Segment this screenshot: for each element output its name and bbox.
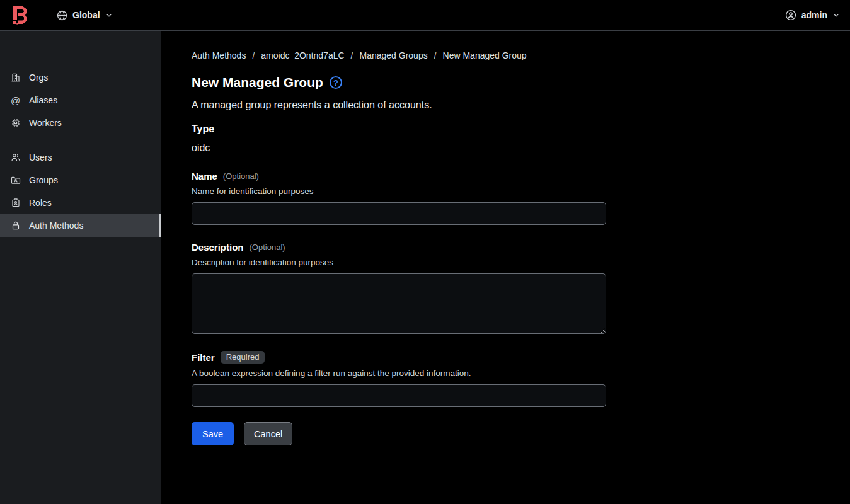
description-label-row: Description (Optional)	[192, 242, 820, 253]
name-label: Name	[192, 171, 217, 181]
breadcrumb-item-current: New Managed Group	[443, 50, 527, 60]
id-badge-icon	[10, 198, 21, 208]
sidebar-item-groups[interactable]: Groups	[0, 169, 161, 192]
sidebar-item-orgs[interactable]: Orgs	[0, 66, 161, 89]
description-help-text: Description for identification purposes	[192, 258, 820, 267]
description-label: Description	[192, 242, 244, 253]
filter-label: Filter	[192, 352, 215, 363]
breadcrumb-item-auth-method-id[interactable]: amoidc_2Ontnd7aLC	[261, 50, 344, 60]
page-title: New Managed Group	[192, 75, 323, 90]
save-button[interactable]: Save	[192, 422, 234, 445]
lock-icon	[10, 220, 21, 231]
breadcrumb-separator: /	[434, 50, 437, 60]
filter-field-group: Filter Required A boolean expression def…	[192, 351, 820, 407]
sidebar: Orgs @ Aliases Workers	[0, 31, 161, 504]
main-content: Auth Methods / amoidc_2Ontnd7aLC / Manag…	[161, 31, 850, 504]
sidebar-item-label: Users	[29, 152, 52, 163]
filter-input[interactable]	[192, 384, 606, 407]
form-actions: Save Cancel	[192, 422, 820, 445]
breadcrumb-separator: /	[252, 50, 255, 60]
scope-picker-global[interactable]: Global	[57, 10, 113, 21]
sidebar-item-label: Aliases	[29, 95, 57, 105]
description-field-group: Description (Optional) Description for i…	[192, 242, 820, 334]
user-label: admin	[801, 10, 827, 20]
sidebar-item-users[interactable]: Users	[0, 146, 161, 169]
description-optional-tag: (Optional)	[250, 243, 285, 252]
breadcrumb-separator: /	[351, 50, 353, 60]
folder-users-icon	[10, 175, 21, 185]
breadcrumb-item-managed-groups[interactable]: Managed Groups	[359, 50, 427, 60]
help-icon[interactable]: ?	[330, 76, 342, 89]
at-sign-icon: @	[10, 96, 21, 105]
filter-help-text: A boolean expression defining a filter r…	[192, 369, 820, 378]
users-icon	[10, 152, 21, 163]
shell: Orgs @ Aliases Workers	[0, 31, 850, 504]
name-optional-tag: (Optional)	[223, 171, 259, 181]
chip-icon	[10, 118, 21, 128]
sidebar-item-label: Workers	[29, 118, 62, 128]
name-input[interactable]	[192, 202, 606, 225]
chevron-down-icon	[105, 11, 113, 19]
sidebar-divider	[0, 140, 161, 140]
type-label: Type	[192, 123, 820, 135]
page-title-row: New Managed Group ?	[192, 75, 820, 90]
topbar-right: admin	[785, 9, 840, 21]
filter-label-row: Filter Required	[192, 351, 820, 364]
type-value: oidc	[192, 142, 820, 154]
name-field-group: Name (Optional) Name for identification …	[192, 171, 820, 225]
name-help-text: Name for identification purposes	[192, 186, 820, 196]
sidebar-section-iam: Users Groups	[0, 146, 161, 237]
sidebar-item-workers[interactable]: Workers	[0, 112, 161, 134]
sidebar-item-label: Orgs	[29, 72, 48, 83]
sidebar-item-roles[interactable]: Roles	[0, 192, 161, 214]
cancel-button[interactable]: Cancel	[244, 422, 292, 445]
sidebar-section-scope: Orgs @ Aliases Workers	[0, 66, 161, 134]
globe-icon	[57, 10, 67, 21]
app-root: Global admin	[0, 0, 850, 504]
topbar: Global admin	[0, 0, 850, 31]
breadcrumb-item-auth-methods[interactable]: Auth Methods	[192, 50, 246, 60]
sidebar-item-auth-methods[interactable]: Auth Methods	[0, 214, 161, 237]
breadcrumb: Auth Methods / amoidc_2Ontnd7aLC / Manag…	[192, 50, 820, 60]
page-subtitle: A managed group represents a collection …	[192, 100, 820, 111]
building-icon	[10, 72, 21, 83]
user-circle-icon	[785, 9, 796, 21]
required-badge: Required	[221, 351, 265, 364]
sidebar-item-label: Groups	[29, 175, 58, 185]
user-menu[interactable]: admin	[785, 9, 840, 21]
boundary-logo[interactable]	[11, 5, 29, 25]
sidebar-item-aliases[interactable]: @ Aliases	[0, 89, 161, 112]
chevron-down-icon	[832, 11, 840, 19]
name-label-row: Name (Optional)	[192, 171, 820, 181]
sidebar-item-label: Roles	[29, 198, 52, 208]
description-textarea[interactable]	[192, 273, 606, 334]
scope-label: Global	[72, 10, 100, 20]
sidebar-item-label: Auth Methods	[29, 220, 83, 231]
